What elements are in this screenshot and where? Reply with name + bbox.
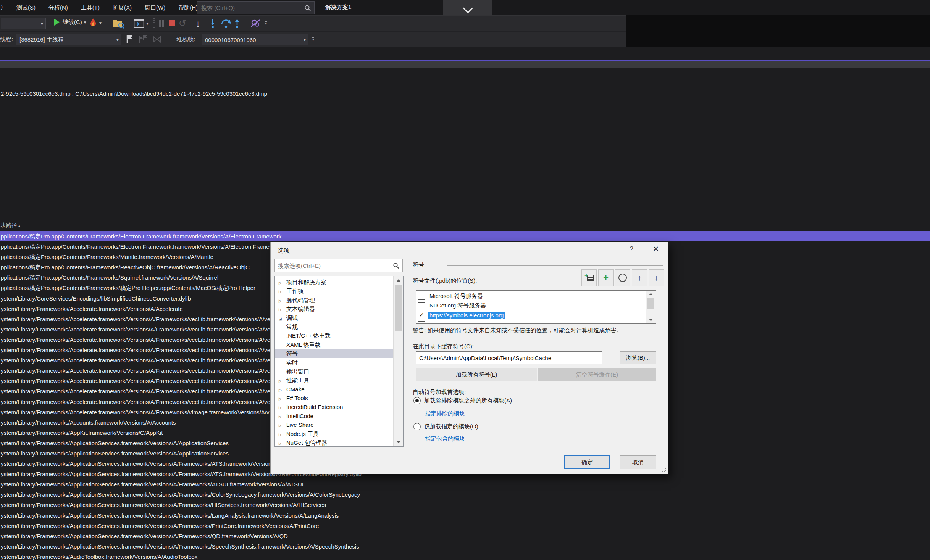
tree-item[interactable]: 输出窗口 [275, 367, 393, 376]
menu-item[interactable]: 测试(S) [10, 2, 42, 13]
quick-search-box[interactable] [197, 1, 315, 14]
checkbox[interactable] [418, 293, 425, 300]
step-into-button[interactable] [209, 19, 216, 29]
menu-item[interactable]: 工具(T) [74, 2, 106, 13]
menu-item[interactable]: 扩展(X) [106, 2, 138, 13]
symbol-location-item[interactable]: NuGet.org 符号服务器 [416, 301, 646, 311]
options-search-input[interactable] [275, 262, 393, 269]
tree-item[interactable]: .NET/C++ 热重载 [275, 331, 393, 340]
tree-expander-icon[interactable]: ▷ [279, 421, 286, 430]
tree-item[interactable]: ▷源代码管理 [275, 296, 393, 304]
help-button[interactable]: ? [626, 245, 637, 253]
tree-expander-icon[interactable]: ▷ [279, 439, 286, 447]
tree-expander-icon[interactable]: ▷ [279, 377, 286, 385]
move-down-button[interactable]: ↓ [649, 269, 664, 286]
list-scrollbar[interactable] [646, 291, 656, 323]
suspend-threads-button[interactable] [153, 36, 161, 43]
checkbox[interactable] [418, 302, 425, 309]
tree-item[interactable]: 实时 [275, 358, 393, 367]
specify-included-modules-link[interactable]: 指定包含的模块 [425, 435, 465, 443]
module-path-row[interactable]: ystem/Library/Frameworks/ApplicationServ… [0, 510, 930, 521]
tree-expander-icon[interactable]: ▷ [279, 287, 286, 296]
configuration-combobox[interactable]: ▼ [1, 18, 46, 29]
load-all-modules-radio-row[interactable]: 加载除排除模块之外的所有模块(A) [413, 397, 512, 404]
immediate-window-button[interactable]: ▼ [134, 19, 149, 28]
module-path-row[interactable]: ystem/Library/Frameworks/ApplicationServ… [0, 500, 930, 510]
toolbar-overflow-button[interactable]: ▾ [265, 21, 267, 25]
tree-expander-icon[interactable]: ▷ [279, 296, 286, 305]
module-path-row[interactable]: ystem/Library/Frameworks/ApplicationServ… [0, 479, 930, 489]
checkbox[interactable] [418, 312, 425, 319]
pause-button[interactable] [158, 19, 165, 27]
restart-button[interactable]: ↺ [179, 18, 186, 29]
tree-item[interactable]: ▷IntelliCode [275, 412, 393, 420]
quick-search-input[interactable] [197, 5, 304, 11]
dropdown-arrow-icon[interactable]: ▼ [98, 21, 102, 25]
browse-find-button[interactable] [113, 19, 124, 29]
remove-location-button[interactable]: – [615, 269, 630, 286]
tree-item[interactable]: 常规 [275, 322, 393, 331]
cache-directory-input[interactable] [416, 351, 602, 364]
tree-item[interactable]: ▷性能工具 [275, 376, 393, 385]
stop-button[interactable] [169, 20, 176, 27]
tree-expander-icon[interactable]: ▷ [279, 305, 286, 314]
tree-item[interactable]: ▷F# Tools [275, 394, 393, 402]
step-over-button[interactable] [221, 19, 231, 29]
checkbox[interactable] [418, 321, 425, 324]
load-all-symbols-button[interactable]: 加载所有符号(L) [416, 368, 537, 381]
symbol-location-item[interactable]: https://symbols.electronjs.org [416, 311, 646, 320]
module-path-row[interactable]: ystem/Library/Frameworks/ApplicationServ… [0, 541, 930, 552]
tree-item[interactable]: ▷工作项 [275, 286, 393, 295]
tree-item[interactable]: ▷项目和解决方案 [275, 278, 393, 286]
add-new-location-button[interactable]: + [581, 269, 597, 286]
tree-expander-icon[interactable]: ▷ [279, 403, 286, 412]
module-path-row[interactable]: ystem/Library/Frameworks/ApplicationServ… [0, 531, 930, 541]
toolbar-grip[interactable] [153, 18, 155, 29]
tree-expander-icon[interactable]: ▷ [279, 430, 286, 439]
specify-excluded-modules-link[interactable]: 指定排除的模块 [425, 410, 465, 417]
dropdown-arrow-icon[interactable]: ▼ [83, 20, 87, 24]
tree-item[interactable]: ▷IncrediBuild Extension [275, 402, 393, 411]
tree-item[interactable]: ▷Node.js 工具 [275, 430, 393, 438]
radio-selected-icon[interactable] [413, 397, 421, 404]
ok-button[interactable]: 确定 [564, 455, 610, 469]
tree-expander-icon[interactable]: ▷ [279, 386, 286, 394]
stack-frame-combobox[interactable]: 0000010670091960▼ [202, 34, 308, 45]
scroll-up-button[interactable] [394, 276, 403, 285]
symbol-location-item[interactable]: Microsoft 符号服务器 [416, 291, 646, 301]
tree-item[interactable]: ◢调试 [275, 314, 393, 322]
radio-unselected-icon[interactable] [413, 423, 421, 430]
tree-item[interactable]: ▷NuGet 包管理器 [275, 438, 393, 447]
scrollbar-thumb[interactable] [395, 285, 402, 331]
add-location-button[interactable]: + [598, 269, 614, 286]
module-path-column-header[interactable]: 块路径▲ [0, 220, 930, 230]
scroll-down-button[interactable] [394, 438, 403, 446]
load-specified-modules-radio-row[interactable]: 仅加载指定的模块(O) [413, 423, 478, 430]
tree-expander-icon[interactable]: ◢ [279, 314, 286, 323]
resize-grip[interactable] [662, 468, 666, 472]
module-path-row[interactable]: pplications/稿定Pro.app/Contents/Framework… [0, 231, 930, 241]
symbol-location-item[interactable] [416, 320, 646, 324]
module-path-row[interactable]: ystem/Library/Frameworks/ApplicationServ… [0, 489, 930, 500]
menu-item[interactable]: 分析(N) [42, 2, 74, 13]
hot-reload-button[interactable]: ▼ [89, 18, 102, 28]
tree-item[interactable]: ▷CMake [275, 385, 393, 394]
scroll-down-button[interactable] [646, 317, 656, 323]
flag-thread-button[interactable] [126, 35, 134, 44]
cancel-button[interactable]: 取消 [620, 455, 656, 469]
tree-expander-icon[interactable]: ▷ [279, 394, 286, 403]
module-path-row[interactable]: ystem/Library/Frameworks/ApplicationServ… [0, 521, 930, 531]
disable-breakpoints-button[interactable] [250, 19, 260, 27]
dropdown-arrow-icon[interactable]: ▼ [145, 21, 149, 26]
options-search-box[interactable] [274, 259, 403, 272]
menu-item[interactable]: 窗口(W) [138, 2, 172, 13]
continue-button[interactable]: 继续(C) ▼ [53, 18, 87, 26]
show-flagged-threads-button[interactable] [138, 35, 147, 44]
tree-item[interactable]: 符号 [275, 349, 393, 358]
thread-combobox[interactable]: [3682916] 主线程▼ [16, 34, 121, 45]
step-out-button[interactable] [234, 19, 241, 29]
scrollbar-thumb[interactable] [647, 298, 654, 309]
browse-button[interactable]: 浏览(B)... [620, 351, 656, 364]
module-path-row[interactable]: ystem/Library/Frameworks/AudioToolbox.fr… [0, 552, 930, 560]
tree-expander-icon[interactable]: ▷ [279, 412, 286, 421]
